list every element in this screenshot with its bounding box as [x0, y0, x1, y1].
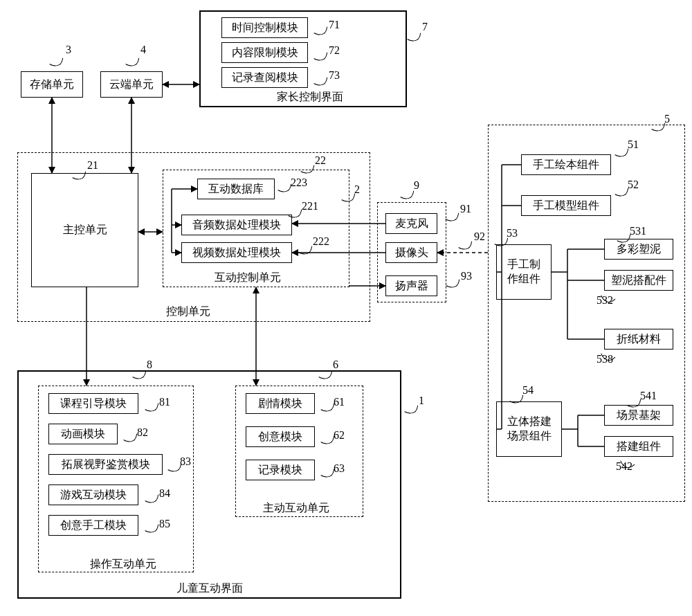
- num-1: 1: [419, 395, 424, 407]
- num-72: 72: [329, 44, 340, 57]
- num-63: 63: [334, 462, 345, 475]
- swoosh-icon: [44, 52, 66, 69]
- group-22-title: 互动控制单元: [215, 271, 281, 285]
- num-52: 52: [628, 179, 639, 191]
- label-93: 扬声器: [395, 279, 428, 293]
- label-81: 课程引导模块: [60, 397, 127, 411]
- box-61: 剧情模块: [246, 393, 315, 414]
- num-92: 92: [474, 230, 485, 243]
- label-21: 主控单元: [63, 223, 107, 237]
- box-83: 拓展视野鉴赏模块: [48, 454, 163, 475]
- label-82: 动画模块: [61, 427, 105, 442]
- num-6: 6: [333, 359, 338, 371]
- swoosh-icon: [394, 185, 417, 202]
- label-72: 内容限制模块: [232, 46, 298, 60]
- label-85: 创意手工模块: [60, 518, 127, 533]
- num-73: 73: [329, 69, 340, 82]
- num-21: 21: [87, 159, 98, 172]
- box-532: 塑泥搭配件: [604, 270, 673, 291]
- num-221: 221: [302, 200, 318, 212]
- label-52: 手工模型组件: [533, 199, 599, 213]
- label-63: 记录模块: [258, 463, 302, 478]
- group-6-title: 主动互动单元: [263, 501, 329, 516]
- box-221: 音频数据处理模块: [181, 215, 292, 235]
- box-51: 手工绘本组件: [521, 154, 611, 175]
- box-3: 存储单元: [21, 71, 83, 98]
- label-3: 存储单元: [30, 78, 74, 92]
- num-81: 81: [159, 396, 170, 408]
- box-92: 摄像头: [385, 242, 437, 263]
- box-223: 互动数据库: [197, 179, 275, 199]
- label-541: 场景基架: [617, 408, 661, 423]
- label-91: 麦克风: [395, 217, 428, 231]
- label-222: 视频数据处理模块: [192, 246, 281, 260]
- box-82: 动画模块: [48, 424, 118, 444]
- label-531: 多彩塑泥: [617, 242, 661, 257]
- num-9: 9: [414, 179, 419, 192]
- num-7: 7: [422, 21, 428, 33]
- label-92: 摄像头: [395, 246, 428, 260]
- num-8: 8: [147, 359, 152, 371]
- num-93: 93: [461, 270, 472, 282]
- box-538: 折纸材料: [604, 329, 673, 350]
- label-54: 立体搭建 场景组件: [507, 415, 552, 444]
- label-51: 手工绘本组件: [533, 158, 599, 172]
- swoosh-icon: [120, 52, 142, 69]
- box-85: 创意手工模块: [48, 515, 138, 536]
- num-531: 531: [630, 225, 646, 237]
- box-71: 时间控制模块: [221, 17, 308, 38]
- box-52: 手工模型组件: [521, 195, 611, 216]
- num-51: 51: [628, 138, 639, 151]
- num-3: 3: [66, 44, 71, 56]
- box-542: 搭建组件: [604, 436, 673, 457]
- group-2-title: 控制单元: [166, 305, 210, 319]
- box-4: 云端单元: [100, 71, 163, 98]
- box-21: 主控单元: [31, 173, 138, 287]
- label-61: 剧情模块: [258, 397, 302, 411]
- num-4: 4: [140, 44, 146, 56]
- num-223: 223: [291, 176, 307, 189]
- box-72: 内容限制模块: [221, 42, 308, 63]
- num-61: 61: [334, 396, 345, 408]
- num-82: 82: [137, 426, 148, 439]
- box-91: 麦克风: [385, 213, 437, 234]
- num-54: 54: [522, 384, 534, 397]
- box-84: 游戏互动模块: [48, 484, 138, 505]
- box-93: 扬声器: [385, 275, 437, 296]
- label-83: 拓展视野鉴赏模块: [62, 458, 150, 472]
- label-71: 时间控制模块: [232, 21, 298, 35]
- label-538: 折纸材料: [617, 332, 661, 347]
- group-7-title: 家长控制界面: [277, 90, 343, 105]
- label-532: 塑泥搭配件: [611, 273, 666, 288]
- box-541: 场景基架: [604, 405, 673, 426]
- label-223: 互动数据库: [208, 182, 264, 197]
- num-85: 85: [159, 518, 170, 530]
- label-73: 记录查阅模块: [232, 71, 298, 85]
- label-221: 音频数据处理模块: [192, 218, 281, 233]
- label-53: 手工制 作组件: [507, 257, 540, 287]
- label-542: 搭建组件: [617, 440, 661, 454]
- box-81: 课程引导模块: [48, 393, 138, 414]
- group-8-title: 操作互动单元: [90, 557, 156, 572]
- box-222: 视频数据处理模块: [181, 242, 292, 263]
- box-531: 多彩塑泥: [604, 239, 673, 260]
- num-84: 84: [159, 487, 170, 500]
- swoosh-icon: [453, 235, 475, 253]
- label-84: 游戏互动模块: [60, 488, 127, 502]
- num-91: 91: [460, 203, 471, 215]
- num-541: 541: [640, 390, 657, 402]
- box-63: 记录模块: [246, 460, 315, 480]
- label-4: 云端单元: [109, 78, 154, 92]
- num-53: 53: [507, 227, 518, 239]
- num-62: 62: [334, 429, 345, 442]
- group-1-title: 儿童互动界面: [176, 581, 243, 596]
- num-71: 71: [329, 19, 340, 31]
- swoosh-icon: [399, 399, 421, 417]
- label-62: 创意模块: [258, 430, 302, 444]
- box-54: 立体搭建 场景组件: [496, 401, 562, 457]
- num-222: 222: [313, 235, 329, 248]
- box-62: 创意模块: [246, 426, 315, 447]
- box-73: 记录查阅模块: [221, 67, 308, 88]
- box-53: 手工制 作组件: [496, 244, 552, 300]
- num-22: 22: [315, 154, 326, 167]
